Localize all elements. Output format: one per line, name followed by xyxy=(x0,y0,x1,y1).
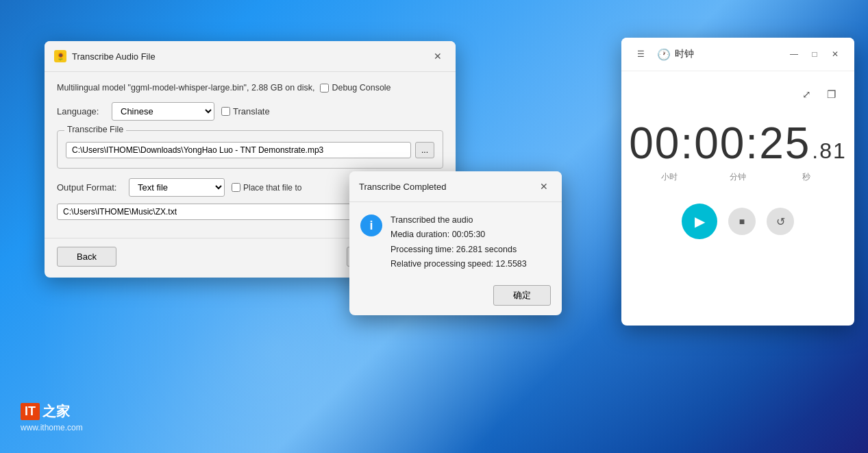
clock-stop-button[interactable]: ■ xyxy=(728,208,756,235)
clock-window-controls: — □ ✕ xyxy=(784,45,845,64)
clock-snap-button[interactable]: ❐ xyxy=(821,85,841,104)
watermark-url: www.ithome.com xyxy=(21,423,83,432)
ok-button[interactable]: 确定 xyxy=(493,285,551,306)
dialog-line2: Media duration: 00:05:30 xyxy=(390,228,527,242)
dialog-close-button[interactable]: ✕ xyxy=(536,178,552,195)
dialog-line4: Relative processing speed: 12.5583 xyxy=(390,257,527,271)
place-checkbox[interactable] xyxy=(232,183,240,192)
dialog-line1: Transcribed the audio xyxy=(390,213,527,228)
clock-expand-button[interactable]: ⤢ xyxy=(797,85,816,104)
back-button[interactable]: Back xyxy=(57,247,116,267)
model-info-row: Multilingual model "ggml-model-whisper-l… xyxy=(57,83,443,93)
dialog-footer: 确定 xyxy=(349,280,562,315)
output-format-label: Output Format: xyxy=(57,182,122,193)
dialog-info-icon: i xyxy=(360,215,382,236)
clock-close-button[interactable]: ✕ xyxy=(826,45,845,64)
section-legend: Transcribe File xyxy=(64,125,126,134)
clock-reset-button[interactable]: ↺ xyxy=(767,208,794,235)
transcribe-close-button[interactable]: ✕ xyxy=(430,48,446,64)
output-format-select[interactable]: Text file SRT VTT JSON xyxy=(129,178,225,197)
dialog-text: Transcribed the audio Media duration: 00… xyxy=(390,213,527,271)
translate-text: Translate xyxy=(233,106,270,117)
watermark: IT 之家 www.ithome.com xyxy=(21,402,83,432)
transcribe-completed-dialog: Transcribe Completed ✕ i Transcribed the… xyxy=(349,171,562,315)
dialog-titlebar: Transcribe Completed ✕ xyxy=(349,171,562,202)
model-info-text: Multilingual model "ggml-model-whisper-l… xyxy=(57,83,314,93)
dialog-title-text: Transcribe Completed xyxy=(359,182,536,192)
clock-title-icon: 🕐 xyxy=(657,47,671,61)
clock-titlebar: ☰ 🕐 时钟 — □ ✕ xyxy=(621,38,854,71)
file-path-input[interactable] xyxy=(66,142,411,158)
place-text: Place that file to xyxy=(243,183,301,193)
browse-button[interactable]: ... xyxy=(415,142,434,158)
place-label[interactable]: Place that file to xyxy=(232,183,301,193)
transcribe-title-icon: 🌻 xyxy=(54,50,66,62)
clock-menu-button[interactable]: ☰ xyxy=(631,45,650,64)
transcribe-titlebar: 🌻 Transcribe Audio File ✕ xyxy=(45,41,456,72)
clock-label-minutes: 分钟 xyxy=(717,171,758,183)
clock-controls: ▶ ■ ↺ xyxy=(682,204,794,239)
transcribe-title-text: Transcribe Audio File xyxy=(72,51,430,62)
clock-minimize-button[interactable]: — xyxy=(784,45,804,64)
language-label: Language: xyxy=(57,106,105,117)
watermark-logo: IT 之家 xyxy=(21,402,70,421)
clock-window: ☰ 🕐 时钟 — □ ✕ ⤢ ❐ 00:00:25 .81 小时 分钟 秒 ▶ … xyxy=(621,38,854,326)
clock-time-labels: 小时 分钟 秒 xyxy=(635,171,841,183)
clock-time-display: 00:00:25 .81 xyxy=(629,118,847,169)
clock-time-main: 00:00:25 xyxy=(629,118,810,169)
clock-title-text: 时钟 xyxy=(675,48,784,60)
file-input-row: ... xyxy=(66,142,434,158)
clock-maximize-button[interactable]: □ xyxy=(805,45,824,64)
debug-console-text: Debug Console xyxy=(332,83,390,93)
debug-console-checkbox[interactable] xyxy=(320,84,329,93)
watermark-it: IT xyxy=(21,403,40,420)
clock-play-button[interactable]: ▶ xyxy=(682,204,717,239)
language-select[interactable]: Chinese English Japanese Korean xyxy=(112,102,214,121)
transcribe-file-group: Transcribe File ... xyxy=(57,130,443,169)
debug-console-label[interactable]: Debug Console xyxy=(320,83,390,93)
clock-label-seconds: 秒 xyxy=(786,171,827,183)
clock-top-icons: ⤢ ❐ xyxy=(635,85,841,104)
language-row: Language: Chinese English Japanese Korea… xyxy=(57,102,443,121)
dialog-line3: Processing time: 26.281 seconds xyxy=(390,243,527,257)
dialog-body: i Transcribed the audio Media duration: … xyxy=(349,202,562,280)
watermark-zhijia: 之家 xyxy=(42,402,70,421)
clock-time-ms: .81 xyxy=(812,138,846,164)
translate-checkbox[interactable] xyxy=(221,107,230,116)
clock-label-hours: 小时 xyxy=(649,171,690,183)
clock-body: ⤢ ❐ 00:00:25 .81 小时 分钟 秒 ▶ ■ ↺ xyxy=(621,71,854,326)
translate-label[interactable]: Translate xyxy=(221,106,270,117)
